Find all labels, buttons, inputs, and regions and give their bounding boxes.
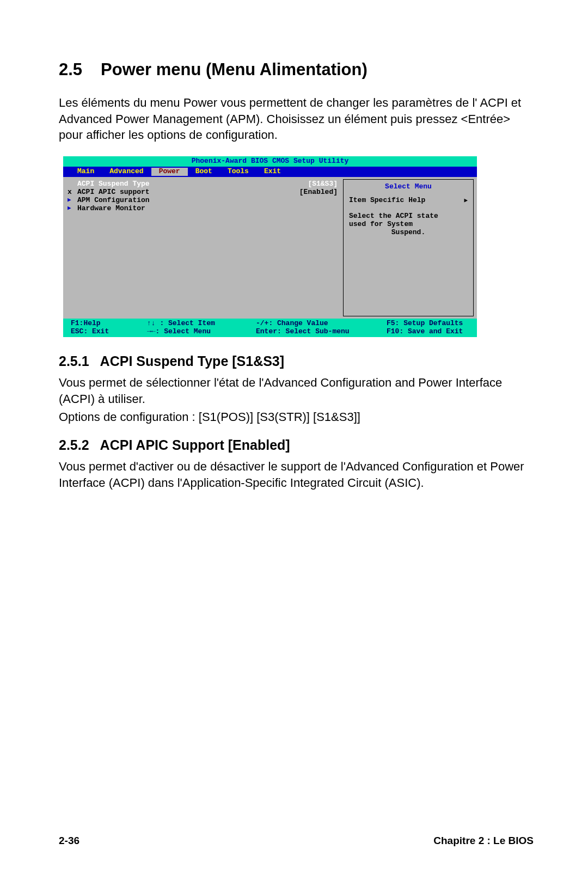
- bios-help-title: Select Menu: [349, 183, 468, 191]
- subsection-number: 2.5.1: [59, 353, 89, 369]
- subsection-252-text: Vous permet d'activer ou de désactiver l…: [59, 459, 534, 491]
- bios-key-hint: F10: Save and Exit: [387, 328, 469, 336]
- bios-key-hint: F1:Help: [71, 320, 147, 328]
- subsection-251-text: Vous permet de sélectionner l'état de l'…: [59, 375, 534, 407]
- bios-item-mark: x: [68, 188, 77, 197]
- bios-help-line: Item Specific Help: [349, 197, 425, 205]
- section-number: 2.5: [59, 60, 82, 80]
- bios-item-label: ACPI Suspend Type: [77, 180, 308, 188]
- bios-item-value: [S1&S3]: [308, 180, 338, 188]
- bios-item-mark: [68, 180, 77, 188]
- triangle-icon: ▶: [68, 197, 77, 205]
- bios-key-hint: -/+: Change Value: [256, 320, 387, 328]
- bios-body: ACPI Suspend Type [S1&S3] x ACPI APIC su…: [63, 177, 477, 319]
- bios-item-label: ACPI APIC support: [77, 188, 299, 197]
- page-number: 2-36: [59, 835, 79, 847]
- section-heading: 2.5Power menu (Menu Alimentation): [59, 60, 534, 80]
- bios-menubar: Main Advanced Power Boot Tools Exit: [63, 167, 477, 177]
- subsection-heading-252: 2.5.2ACPI APIC Support [Enabled]: [59, 437, 534, 453]
- bios-screenshot: Phoenix-Award BIOS CMOS Setup Utility Ma…: [63, 156, 477, 337]
- subsection-251-options: Options de configuration : [S1(POS)] [S3…: [59, 409, 534, 425]
- section-title-text: Power menu (Menu Alimentation): [101, 60, 367, 79]
- bios-tab-main[interactable]: Main: [70, 168, 102, 176]
- bios-tab-exit[interactable]: Exit: [256, 168, 289, 176]
- bios-item[interactable]: x ACPI APIC support [Enabled]: [68, 188, 338, 197]
- bios-tab-boot[interactable]: Boot: [188, 168, 220, 176]
- bios-item[interactable]: ACPI Suspend Type [S1&S3]: [68, 180, 338, 188]
- bios-footer: F1:Help ↑↓ : Select Item -/+: Change Val…: [63, 319, 477, 337]
- bios-key-hint: →←: Select Menu: [147, 328, 256, 336]
- subsection-title: ACPI Suspend Type [S1&S3]: [100, 353, 285, 369]
- bios-item-list: ACPI Suspend Type [S1&S3] x ACPI APIC su…: [63, 177, 343, 319]
- bios-help-panel: Select Menu Item Specific Help ▶ Select …: [343, 179, 474, 316]
- bios-key-hint: Enter: Select Sub-menu: [256, 328, 387, 336]
- bios-key-hint: F5: Setup Defaults: [387, 320, 469, 328]
- bios-key-hint: ESC: Exit: [71, 328, 147, 336]
- bios-tab-power[interactable]: Power: [151, 168, 188, 176]
- bios-tab-tools[interactable]: Tools: [220, 168, 256, 176]
- bios-item[interactable]: ▶ Hardware Monitor: [68, 205, 338, 213]
- bios-item-label: APM Configuration: [77, 197, 338, 205]
- subsection-heading-251: 2.5.1ACPI Suspend Type [S1&S3]: [59, 353, 534, 369]
- bios-title-bar: Phoenix-Award BIOS CMOS Setup Utility: [63, 156, 477, 167]
- bios-help-text: Select the ACPI state: [349, 212, 468, 221]
- subsection-number: 2.5.2: [59, 437, 89, 453]
- bios-item-value: [Enabled]: [299, 188, 338, 197]
- bios-help-text: used for System: [349, 221, 468, 229]
- bios-tab-advanced[interactable]: Advanced: [102, 168, 151, 176]
- subsection-title: ACPI APIC Support [Enabled]: [100, 437, 290, 453]
- triangle-icon: ▶: [68, 205, 77, 213]
- bios-item-label: Hardware Monitor: [77, 205, 338, 213]
- triangle-icon: ▶: [464, 197, 468, 204]
- chapter-label: Chapitre 2 : Le BIOS: [433, 835, 534, 847]
- intro-paragraph: Les éléments du menu Power vous permette…: [59, 95, 534, 143]
- bios-key-hint: ↑↓ : Select Item: [147, 320, 256, 328]
- bios-help-text: Suspend.: [349, 229, 468, 237]
- page-footer: 2-36 Chapitre 2 : Le BIOS: [59, 835, 534, 847]
- bios-item[interactable]: ▶ APM Configuration: [68, 197, 338, 205]
